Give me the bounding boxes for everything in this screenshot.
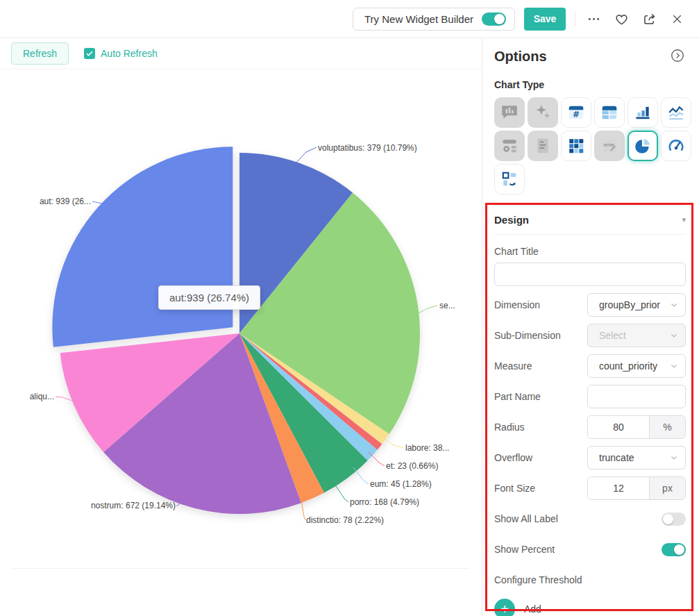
chart-type-bar-chart[interactable] — [628, 97, 658, 128]
label-line — [369, 452, 385, 466]
radius-group: % — [587, 415, 686, 439]
pie-label-labore: labore: 38... — [405, 443, 449, 453]
toggle-knob — [663, 514, 673, 524]
overflow-row: Overflowtruncate — [494, 446, 686, 469]
collapse-panel-button[interactable] — [669, 48, 686, 65]
label-line — [417, 306, 437, 314]
show-all-label-row: Show All Label — [494, 507, 686, 531]
design-header[interactable]: Design ▾ — [494, 206, 686, 235]
pie-label-se: se... — [439, 301, 455, 310]
chevron-down-icon: ▾ — [682, 215, 686, 224]
report-doc-icon — [534, 137, 552, 155]
pie-slice-aut[interactable] — [52, 147, 233, 347]
show-percent-toggle[interactable] — [662, 543, 686, 556]
pivot-table-icon — [567, 137, 585, 155]
dimension-row: DimensiongroupBy_prior — [494, 293, 686, 317]
overflow-label: Overflow — [494, 452, 532, 463]
part-name-row: Part Name — [494, 385, 686, 408]
number-table-icon: # — [567, 103, 585, 122]
options-title: Options — [494, 49, 547, 65]
close-button[interactable] — [663, 5, 691, 33]
pie-chart-area: aut:939 (26.74%) voluptatibus: 379 (10.7… — [0, 69, 482, 616]
check-icon — [85, 49, 94, 58]
form-settings-icon — [500, 137, 519, 155]
chart-type-gauge[interactable] — [661, 131, 691, 161]
show-percent-label: Show Percent — [494, 544, 555, 555]
favorite-button[interactable] — [607, 5, 635, 33]
dimension-value: groupBy_prior — [599, 299, 660, 310]
widget-builder-label: Try New Widget Builder — [364, 13, 473, 25]
overflow-value: truncate — [599, 452, 634, 463]
chart-type-pivot-table[interactable] — [561, 131, 591, 161]
pie-chart-icon — [634, 137, 652, 155]
refresh-button[interactable]: Refresh — [11, 42, 69, 65]
add-threshold-label: Add — [524, 603, 541, 615]
part-name-input[interactable] — [587, 385, 686, 408]
radius-row: Radius% — [494, 415, 686, 439]
chart-type-line-chart[interactable] — [661, 97, 691, 128]
sub-dimension-label: Sub-Dimension — [494, 330, 561, 341]
line-chart-icon — [667, 103, 685, 122]
pie-label-aut: aut: 939 (26... — [40, 197, 91, 206]
sub-dimension-row: Sub-DimensionSelect — [494, 324, 686, 347]
chart-type-grid: #HTML — [494, 97, 686, 194]
pie-label-aliqu: aliqu... — [30, 392, 54, 401]
chart-type-layout-switch[interactable] — [494, 164, 525, 194]
chart-type-ai-sparkle — [528, 97, 558, 128]
show-all-label-toggle[interactable] — [662, 513, 686, 526]
chevron-down-icon — [670, 362, 678, 370]
label-line — [333, 482, 348, 502]
report-comment-icon — [500, 103, 519, 122]
gauge-icon — [667, 137, 685, 155]
pie-label-eum: eum: 45 (1.28%) — [370, 479, 432, 489]
bar-chart-icon — [634, 103, 652, 122]
widget-builder-toggle[interactable] — [482, 13, 506, 26]
chart-bottom-divider — [12, 568, 469, 569]
toggle-knob — [674, 544, 684, 555]
chart-type-pie-chart[interactable] — [628, 131, 658, 161]
measure-row: Measurecount_priority — [494, 354, 686, 378]
chart-type-table[interactable] — [594, 97, 625, 128]
add-threshold-button[interactable]: +Add — [494, 599, 686, 616]
more-button[interactable] — [580, 5, 607, 33]
font-size-input[interactable] — [588, 477, 649, 499]
chart-type-report-comment — [494, 97, 525, 128]
chart-title-input[interactable] — [494, 263, 686, 286]
pie-label-voluptatibus: voluptatibus: 379 (10.79%) — [318, 143, 417, 153]
chart-type-report-doc — [528, 131, 558, 161]
radius-input[interactable] — [588, 416, 649, 438]
save-button[interactable]: Save — [524, 8, 566, 31]
toolbar-divider — [575, 11, 575, 26]
chart-title-label: Chart Title — [494, 246, 686, 257]
design-title: Design — [494, 214, 529, 226]
design-body: Chart TitleDimensiongroupBy_priorSub-Dim… — [494, 235, 686, 616]
pie-label-et: et: 23 (0.66%) — [386, 461, 438, 471]
measure-label: Measure — [494, 360, 532, 372]
measure-select[interactable]: count_priority — [587, 354, 686, 378]
configure-threshold-row: Configure Threshold — [494, 568, 686, 592]
chevron-down-icon — [670, 301, 678, 309]
font-size-label: Font Size — [494, 483, 535, 494]
overflow-select[interactable]: truncate — [587, 446, 686, 469]
chart-type-html-widget: HTML — [594, 131, 625, 161]
show-all-label-label: Show All Label — [494, 513, 558, 524]
share-icon — [642, 12, 657, 26]
html-widget-icon: HTML — [600, 137, 618, 155]
svg-text:#: # — [573, 110, 580, 119]
chevron-down-icon — [670, 453, 678, 462]
chart-type-number-table[interactable]: # — [561, 97, 591, 128]
options-panel: Options Chart Type #HTML Design ▾ Chart … — [482, 38, 699, 616]
more-icon — [587, 12, 601, 26]
show-percent-row: Show Percent — [494, 538, 686, 561]
layout-switch-icon — [500, 170, 519, 188]
configure-threshold-label: Configure Threshold — [494, 574, 582, 585]
font-size-unit: px — [649, 477, 685, 499]
part-name-label: Part Name — [494, 391, 541, 402]
auto-refresh-checkbox[interactable] — [84, 48, 95, 59]
top-bar: Try New Widget Builder Save — [0, 0, 699, 38]
chart-tooltip: aut:939 (26.74%) — [158, 285, 260, 310]
share-button[interactable] — [635, 5, 663, 33]
dimension-label: Dimension — [494, 299, 540, 310]
label-line — [353, 467, 369, 484]
dimension-select[interactable]: groupBy_prior — [587, 293, 686, 317]
